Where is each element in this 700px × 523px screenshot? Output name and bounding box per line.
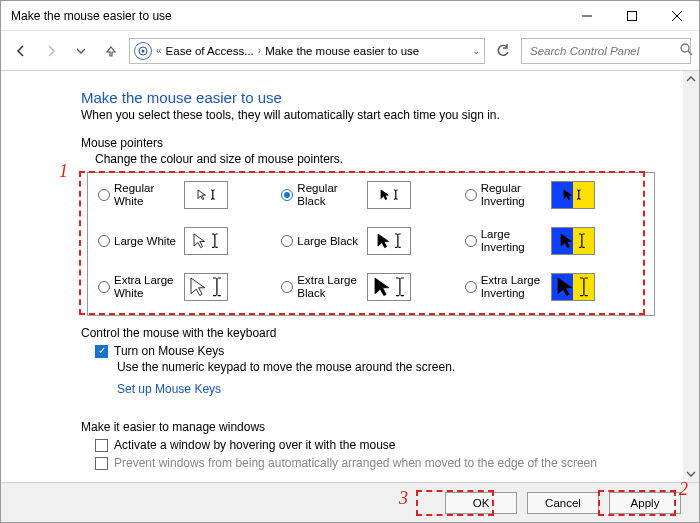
mouse-keys-checkbox-row[interactable]: ✓ Turn on Mouse Keys: [95, 344, 655, 358]
close-button[interactable]: [654, 1, 699, 30]
pointer-label: Large Black: [297, 235, 363, 248]
cursor-preview-icon: [184, 227, 228, 255]
search-input[interactable]: [528, 44, 680, 58]
section-windows: Make it easier to manage windows: [81, 420, 655, 434]
section-mouse-pointers: Mouse pointers: [81, 136, 655, 150]
pointer-label: Extra Large Inverting: [481, 274, 547, 299]
pointer-option-regular-inverting[interactable]: Regular Inverting: [465, 181, 644, 209]
radio-xl-black[interactable]: [281, 281, 293, 293]
mouse-keys-checkbox[interactable]: ✓: [95, 345, 108, 358]
svg-rect-1: [627, 11, 636, 20]
cursor-preview-icon: [367, 273, 411, 301]
pointer-label: Large Inverting: [481, 228, 547, 253]
cursor-preview-icon: [367, 227, 411, 255]
maximize-button[interactable]: [609, 1, 654, 30]
dialog-buttons: OK Cancel Apply: [1, 482, 699, 522]
pointer-option-regular-black[interactable]: Regular Black: [281, 181, 460, 209]
pointer-option-large-black[interactable]: Large Black: [281, 227, 460, 255]
breadcrumb-root[interactable]: Ease of Access...: [166, 45, 254, 57]
pointer-label: Regular White: [114, 182, 180, 207]
pointer-option-xl-black[interactable]: Extra Large Black: [281, 273, 460, 301]
chevron-right-icon: ›: [258, 45, 261, 56]
pointer-label: Extra Large White: [114, 274, 180, 299]
prevent-arrange-checkbox[interactable]: [95, 457, 108, 470]
pointer-label: Regular Black: [297, 182, 363, 207]
hover-activate-label: Activate a window by hovering over it wi…: [114, 438, 395, 452]
pointer-panel: Regular WhiteRegular BlackRegular Invert…: [87, 172, 655, 316]
refresh-button[interactable]: [491, 39, 515, 63]
pointer-label: Extra Large Black: [297, 274, 363, 299]
cancel-button[interactable]: Cancel: [527, 492, 599, 514]
mouse-keys-desc: Use the numeric keypad to move the mouse…: [117, 360, 655, 374]
titlebar: Make the mouse easier to use: [1, 1, 699, 31]
page-subtitle: When you select these tools, they will a…: [81, 108, 655, 122]
prevent-arrange-row[interactable]: Prevent windows from being automatically…: [95, 456, 655, 470]
window-title: Make the mouse easier to use: [11, 9, 564, 23]
radio-regular-black[interactable]: [281, 189, 293, 201]
pointer-option-large-inverting[interactable]: Large Inverting: [465, 227, 644, 255]
radio-regular-white[interactable]: [98, 189, 110, 201]
prevent-arrange-label: Prevent windows from being automatically…: [114, 456, 597, 470]
radio-large-black[interactable]: [281, 235, 293, 247]
hover-activate-checkbox[interactable]: [95, 439, 108, 452]
radio-xl-white[interactable]: [98, 281, 110, 293]
setup-mouse-keys-link[interactable]: Set up Mouse Keys: [117, 382, 221, 396]
svg-point-5: [142, 49, 145, 52]
search-box[interactable]: [521, 38, 691, 64]
ok-button[interactable]: OK: [445, 492, 517, 514]
breadcrumb-sep-icon: «: [156, 45, 162, 56]
window-controls: [564, 1, 699, 30]
cursor-preview-icon: [184, 273, 228, 301]
navbar: « Ease of Access... › Make the mouse eas…: [1, 31, 699, 71]
minimize-button[interactable]: [564, 1, 609, 30]
cursor-preview-icon: [551, 227, 595, 255]
cursor-preview-icon: [551, 181, 595, 209]
pointer-option-large-white[interactable]: Large White: [98, 227, 277, 255]
breadcrumb-leaf[interactable]: Make the mouse easier to use: [265, 45, 419, 57]
content-area: Make the mouse easier to use When you se…: [1, 71, 699, 482]
pointer-option-xl-inverting[interactable]: Extra Large Inverting: [465, 273, 644, 301]
section-pointers-sub: Change the colour and size of mouse poin…: [95, 152, 655, 166]
section-keyboard: Control the mouse with the keyboard: [81, 326, 655, 340]
search-icon[interactable]: [680, 43, 693, 59]
svg-line-7: [688, 51, 692, 55]
cursor-preview-icon: [367, 181, 411, 209]
back-button[interactable]: [9, 39, 33, 63]
cursor-preview-icon: [184, 181, 228, 209]
radio-large-white[interactable]: [98, 235, 110, 247]
recent-dropdown[interactable]: [69, 39, 93, 63]
control-panel-icon: [134, 42, 152, 60]
svg-point-6: [681, 44, 689, 52]
radio-regular-inverting[interactable]: [465, 189, 477, 201]
pointer-option-xl-white[interactable]: Extra Large White: [98, 273, 277, 301]
cursor-preview-icon: [551, 273, 595, 301]
hover-activate-row[interactable]: Activate a window by hovering over it wi…: [95, 438, 655, 452]
radio-large-inverting[interactable]: [465, 235, 477, 247]
up-button[interactable]: [99, 39, 123, 63]
address-bar[interactable]: « Ease of Access... › Make the mouse eas…: [129, 38, 485, 64]
pointer-label: Large White: [114, 235, 180, 248]
mouse-keys-label: Turn on Mouse Keys: [114, 344, 224, 358]
chevron-down-icon[interactable]: ⌄: [472, 45, 480, 56]
pointer-option-regular-white[interactable]: Regular White: [98, 181, 277, 209]
apply-button[interactable]: Apply: [609, 492, 681, 514]
forward-button[interactable]: [39, 39, 63, 63]
radio-xl-inverting[interactable]: [465, 281, 477, 293]
page-title: Make the mouse easier to use: [81, 89, 655, 106]
pointer-label: Regular Inverting: [481, 182, 547, 207]
